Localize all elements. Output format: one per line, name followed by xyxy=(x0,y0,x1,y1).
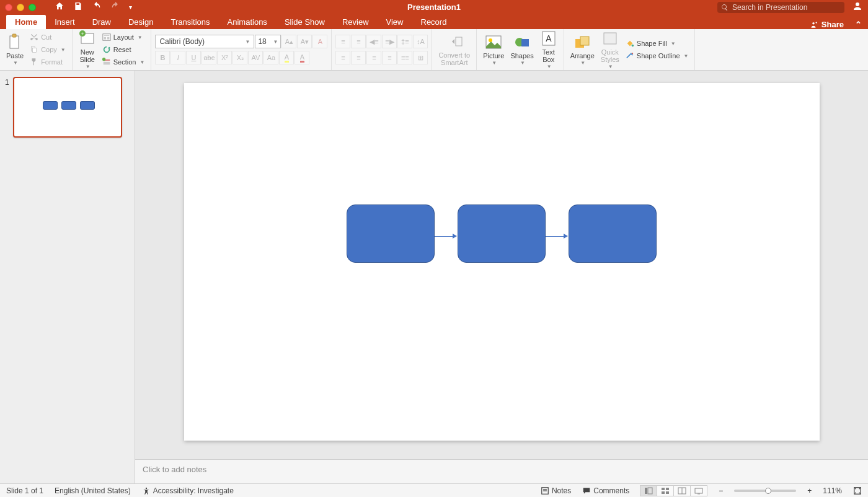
convert-smartart-button[interactable]: Convert to SmartArt xyxy=(436,32,472,68)
bold-button[interactable]: B xyxy=(155,51,170,64)
canvas-scroll[interactable] xyxy=(135,71,868,459)
notes-toggle-button[interactable]: Notes xyxy=(541,486,571,495)
textbox-button[interactable]: A Text Box▼ xyxy=(538,29,560,71)
align-text-button[interactable]: ⊞ xyxy=(413,51,428,64)
layout-button[interactable]: Layout▼ xyxy=(100,32,148,43)
tab-slideshow[interactable]: Slide Show xyxy=(276,15,334,29)
svg-rect-33 xyxy=(662,488,665,490)
tab-design[interactable]: Design xyxy=(120,15,162,29)
ribbon: Paste ▼ Cut Copy▼ Format + New Slide ▼ L… xyxy=(0,29,868,71)
decrease-indent-button[interactable]: ◀≡ xyxy=(366,35,381,48)
slide-sorter-view-button[interactable] xyxy=(657,485,674,496)
format-painter-button[interactable]: Format xyxy=(27,56,68,68)
zoom-out-button[interactable]: − xyxy=(719,486,723,495)
zoom-in-button[interactable]: + xyxy=(807,486,812,495)
arrange-group: Arrange▼ Quick Styles▼ Shape Fill▼ Shape… xyxy=(564,29,696,70)
tab-review[interactable]: Review xyxy=(334,15,378,29)
collapse-ribbon-icon[interactable]: ⌃ xyxy=(855,20,862,29)
tab-home[interactable]: Home xyxy=(6,15,46,29)
line-spacing-button[interactable]: ‡≡ xyxy=(397,35,412,48)
increase-indent-button[interactable]: ≡▶ xyxy=(382,35,397,48)
align-left-button[interactable]: ≡ xyxy=(335,51,350,64)
search-input[interactable]: Search in Presentation xyxy=(717,2,844,13)
align-center-button[interactable]: ≡ xyxy=(351,51,366,64)
save-icon[interactable] xyxy=(73,1,83,14)
justify-button[interactable]: ≡ xyxy=(382,51,397,64)
slide-counter[interactable]: Slide 1 of 1 xyxy=(6,486,43,495)
slideshow-view-button[interactable] xyxy=(690,485,707,496)
share-icon xyxy=(809,20,818,29)
svg-rect-25 xyxy=(604,33,616,44)
search-icon xyxy=(721,4,728,11)
superscript-button[interactable]: X² xyxy=(217,51,232,64)
underline-button[interactable]: U xyxy=(186,51,201,64)
thumbnail-pane[interactable]: 1 xyxy=(0,71,135,483)
tab-insert[interactable]: Insert xyxy=(46,15,84,29)
slide-canvas[interactable] xyxy=(184,83,820,441)
subscript-button[interactable]: X₂ xyxy=(232,51,247,64)
connector-arrow[interactable] xyxy=(435,233,457,239)
quick-styles-button[interactable]: Quick Styles▼ xyxy=(598,29,622,71)
copy-button[interactable]: Copy▼ xyxy=(27,44,68,56)
rounded-rectangle-shape[interactable] xyxy=(569,205,657,263)
close-window-button[interactable] xyxy=(5,4,12,11)
smartart-group: Convert to SmartArt xyxy=(432,29,477,70)
undo-icon[interactable] xyxy=(92,1,102,14)
text-direction-button[interactable]: ↕A xyxy=(413,35,428,48)
bullets-button[interactable]: ≡ xyxy=(335,35,350,48)
notes-pane[interactable]: Click to add notes xyxy=(135,459,868,483)
svg-rect-3 xyxy=(12,34,16,37)
rounded-rectangle-shape[interactable] xyxy=(347,205,435,263)
paste-button[interactable]: Paste ▼ xyxy=(4,32,26,68)
tab-record[interactable]: Record xyxy=(412,15,456,29)
columns-button[interactable]: ≡≡ xyxy=(397,51,412,64)
font-name-select[interactable]: Calibri (Body)▼ xyxy=(155,35,254,48)
strike-button[interactable]: abc xyxy=(202,51,216,64)
change-case-button[interactable]: Aa xyxy=(264,51,278,64)
numbering-button[interactable]: ≡ xyxy=(351,35,366,48)
share-button[interactable]: Share ⌃ xyxy=(809,20,862,29)
normal-view-button[interactable] xyxy=(640,485,657,496)
thumbnail-preview[interactable] xyxy=(13,77,122,138)
maximize-window-button[interactable] xyxy=(29,4,36,11)
shapes-button[interactable]: Shapes▼ xyxy=(508,32,536,68)
increase-font-button[interactable]: A▴ xyxy=(281,35,296,48)
tab-view[interactable]: View xyxy=(378,15,412,29)
qat-dropdown-icon[interactable]: ▾ xyxy=(129,4,132,11)
language-indicator[interactable]: English (United States) xyxy=(55,486,131,495)
italic-button[interactable]: I xyxy=(170,51,185,64)
new-slide-button[interactable]: + New Slide ▼ xyxy=(76,29,99,71)
user-account-icon[interactable] xyxy=(852,1,863,14)
shape-outline-button[interactable]: Shape Outline▼ xyxy=(623,50,691,62)
reading-view-button[interactable] xyxy=(673,485,691,496)
zoom-slider[interactable] xyxy=(734,490,796,492)
slide-thumbnail-1[interactable]: 1 xyxy=(5,77,130,138)
tab-transitions[interactable]: Transitions xyxy=(162,15,218,29)
tab-draw[interactable]: Draw xyxy=(84,15,120,29)
font-color-button[interactable]: A xyxy=(294,51,309,64)
highlight-button[interactable]: A xyxy=(279,51,294,64)
decrease-font-button[interactable]: A▾ xyxy=(297,35,312,48)
char-spacing-button[interactable]: AV xyxy=(248,51,263,64)
fit-to-window-button[interactable] xyxy=(853,486,862,495)
svg-point-0 xyxy=(856,2,859,6)
reset-button[interactable]: Reset xyxy=(100,44,148,56)
arrange-button[interactable]: Arrange▼ xyxy=(568,32,597,68)
accessibility-button[interactable]: Accessibility: Investigate xyxy=(142,486,234,495)
svg-point-18 xyxy=(489,38,492,42)
cut-button[interactable]: Cut xyxy=(27,32,68,43)
zoom-level[interactable]: 111% xyxy=(823,486,842,495)
clear-formatting-button[interactable]: A xyxy=(312,35,327,48)
rounded-rectangle-shape[interactable] xyxy=(458,205,546,263)
align-right-button[interactable]: ≡ xyxy=(366,51,381,64)
tab-animations[interactable]: Animations xyxy=(219,15,276,29)
shape-fill-button[interactable]: Shape Fill▼ xyxy=(623,38,691,50)
redo-icon[interactable] xyxy=(110,1,120,14)
minimize-window-button[interactable] xyxy=(17,4,24,11)
home-icon[interactable] xyxy=(55,1,64,14)
font-size-select[interactable]: 18▼ xyxy=(255,35,281,48)
picture-button[interactable]: Picture▼ xyxy=(480,32,507,68)
comments-toggle-button[interactable]: Comments xyxy=(582,486,629,495)
connector-arrow[interactable] xyxy=(546,233,568,239)
section-button[interactable]: Section▼ xyxy=(100,56,148,68)
